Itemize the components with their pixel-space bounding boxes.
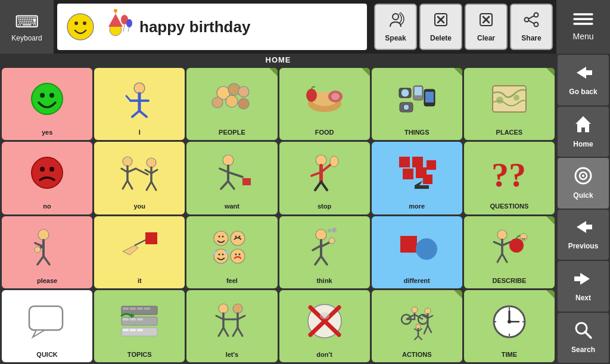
svg-point-39 <box>226 95 238 107</box>
keyboard-icon: ⌨ <box>15 12 39 32</box>
go-back-button[interactable]: Go back <box>558 55 609 105</box>
symbol-grid: yes I <box>0 66 556 364</box>
think-label: think <box>316 277 332 285</box>
cell-dont[interactable]: don't <box>279 290 370 362</box>
svg-rect-79 <box>242 178 251 185</box>
svg-rect-196 <box>574 276 583 281</box>
svg-point-40 <box>238 98 249 109</box>
svg-line-157 <box>223 328 228 336</box>
cell-different[interactable]: different <box>372 216 462 288</box>
cell-please[interactable]: please <box>2 216 92 288</box>
svg-line-122 <box>315 256 321 265</box>
share-label: Share <box>521 34 541 42</box>
cell-no[interactable]: no <box>2 142 92 214</box>
svg-line-198 <box>585 332 591 338</box>
menu-button[interactable]: Menu <box>556 0 610 54</box>
svg-point-67 <box>147 158 156 167</box>
actions-label: ACTIONS <box>402 351 432 359</box>
svg-line-85 <box>315 182 321 190</box>
go-back-icon <box>573 64 593 85</box>
cell-people[interactable]: PEOPLE <box>186 68 277 140</box>
cell-things[interactable]: THINGS <box>372 68 462 140</box>
home-button[interactable]: Home <box>558 107 609 157</box>
display-images <box>64 9 132 45</box>
yes-label: yes <box>42 129 52 136</box>
svg-point-125 <box>328 229 331 232</box>
cell-questions[interactable]: ?? QUESTIONS <box>464 142 555 214</box>
people-label: PEOPLE <box>219 129 245 136</box>
cell-places[interactable]: PLACES <box>464 68 555 140</box>
search-button[interactable]: Search <box>558 313 609 363</box>
people-icon <box>189 70 275 127</box>
svg-point-28 <box>49 93 54 98</box>
svg-line-86 <box>321 182 327 190</box>
time-icon <box>466 293 552 350</box>
previous-label: Previous <box>568 242 599 250</box>
clear-icon <box>478 11 494 32</box>
svg-line-155 <box>216 316 223 319</box>
grid-title: HOME <box>0 54 556 66</box>
describe-label: DESCRIBE <box>492 277 526 285</box>
cell-topics[interactable]: TOPICS <box>94 290 185 362</box>
clear-label: Clear <box>477 34 495 42</box>
top-bar: ⌨ Keyboard happ <box>0 0 610 54</box>
svg-point-106 <box>231 231 245 245</box>
cell-quick[interactable]: QUICK <box>2 290 92 362</box>
feel-label: feel <box>226 277 238 285</box>
svg-point-126 <box>332 228 337 232</box>
you-icon <box>97 144 182 201</box>
cell-I[interactable]: I <box>94 68 185 140</box>
go-back-label: Go back <box>569 88 597 96</box>
next-button[interactable]: Next <box>558 261 609 312</box>
actions-icon <box>374 293 460 350</box>
food-label: FOOD <box>315 129 334 136</box>
display-smiley-icon <box>64 9 97 45</box>
quick-button[interactable]: Quick <box>558 158 609 209</box>
svg-rect-142 <box>144 307 150 310</box>
svg-point-19 <box>525 18 529 22</box>
cell-more[interactable]: more <box>372 142 462 214</box>
svg-rect-127 <box>400 236 417 253</box>
svg-point-45 <box>331 93 340 100</box>
svg-point-56 <box>513 95 519 101</box>
questions-icon: ?? <box>466 144 552 201</box>
svg-point-104 <box>219 235 220 237</box>
svg-rect-145 <box>130 318 136 321</box>
cell-think[interactable]: think <box>279 216 370 288</box>
cell-feel[interactable]: feel <box>186 216 277 288</box>
cell-it[interactable]: it <box>94 216 185 288</box>
svg-point-18 <box>534 13 539 17</box>
cell-food[interactable]: FOOD <box>279 68 370 140</box>
svg-point-117 <box>316 229 326 240</box>
cell-time[interactable]: TIME <box>464 290 555 362</box>
svg-rect-49 <box>415 87 422 95</box>
cell-want[interactable]: want <box>186 142 277 214</box>
keyboard-button[interactable]: ⌨ Keyboard <box>0 0 54 54</box>
svg-point-20 <box>534 23 539 27</box>
svg-point-103 <box>214 231 228 245</box>
svg-rect-92 <box>423 175 432 184</box>
speak-button[interactable]: Speak <box>374 4 417 50</box>
things-icon <box>374 70 460 127</box>
home-label: Home <box>573 140 593 148</box>
share-button[interactable]: Share <box>510 4 553 50</box>
previous-button[interactable]: Previous <box>558 210 609 260</box>
clear-button[interactable]: Clear <box>465 4 508 50</box>
grid-area: HOME yes <box>0 54 556 364</box>
cell-lets[interactable]: let's <box>186 290 277 362</box>
svg-point-98 <box>35 247 41 253</box>
cell-stop[interactable]: stop <box>279 142 370 214</box>
svg-line-134 <box>502 254 507 262</box>
svg-rect-150 <box>137 329 143 331</box>
main-area: HOME yes <box>0 54 610 364</box>
cell-describe[interactable]: DESCRIBE <box>464 216 555 288</box>
cell-actions[interactable]: ACTIONS <box>372 290 462 362</box>
things-label: THINGS <box>404 129 430 136</box>
svg-line-101 <box>135 239 147 245</box>
cell-you[interactable]: you <box>94 142 185 214</box>
delete-button[interactable]: Delete <box>419 4 462 50</box>
svg-rect-149 <box>130 329 136 331</box>
corner-tab <box>269 68 278 76</box>
cell-yes[interactable]: yes <box>2 68 92 140</box>
food-icon <box>282 70 368 127</box>
